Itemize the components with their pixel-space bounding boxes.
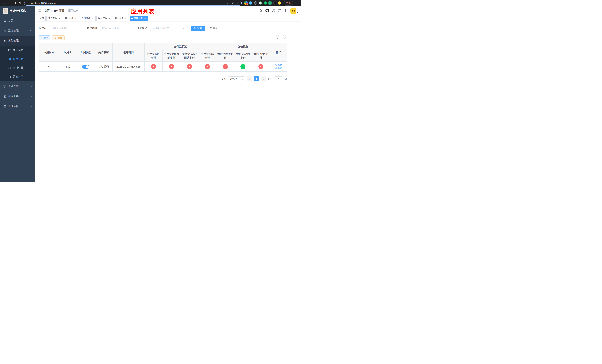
page-content: 应用名 商户名称 开启状态 [35, 21, 301, 182]
delete-link[interactable]: 删除 [275, 67, 282, 70]
main-area: 首页 / 支付管理 / 应用信息 应用列表 ? [35, 6, 301, 182]
address-bar[interactable]: localhost:1024/pay/app ☆ [24, 1, 242, 6]
browser-menu-icon[interactable]: ⋮ [295, 1, 299, 5]
search-icon[interactable] [259, 9, 262, 12]
status-select[interactable] [150, 26, 185, 31]
close-icon[interactable]: × [125, 17, 127, 20]
tab-pay-orders[interactable]: 支付订单× [80, 16, 96, 21]
extension-icon[interactable] [249, 1, 252, 5]
table-row: 6 芋道 芋道源码 2021-10-23 08:49:25 × × × × × [39, 62, 287, 72]
sidebar-item-dev-tools[interactable]: 研发工具 [0, 91, 35, 101]
font-size-icon[interactable]: TT [285, 9, 288, 12]
browser-toolbar-right: 10 ✓ ≡ 更新 ⋮ [244, 1, 299, 6]
sidebar-item-label: 工作流程 [8, 105, 19, 108]
sidebar-item-workflow[interactable]: 工作流程 [0, 101, 35, 111]
status-label: 开启状态 [137, 26, 147, 30]
hamburger-icon[interactable] [38, 9, 42, 12]
search-button[interactable]: 搜索 [191, 26, 205, 31]
reset-button[interactable]: 重置 [207, 26, 220, 31]
breadcrumb-home[interactable]: 首页 [44, 9, 50, 12]
extension-icon[interactable] [273, 1, 276, 5]
export-button[interactable]: 导出 [52, 35, 64, 40]
browser-update-button[interactable]: 更新 [284, 1, 293, 6]
breadcrumb-payment[interactable]: 支付管理 [54, 9, 64, 12]
active-dot [131, 18, 133, 19]
browser-reload-button[interactable] [12, 1, 17, 6]
page-size-select[interactable] [228, 76, 245, 81]
sidebar-item-infrastructure[interactable]: 基础设施 [0, 81, 35, 91]
github-icon[interactable] [266, 9, 269, 13]
site-info-icon[interactable] [27, 2, 29, 4]
close-icon[interactable]: × [75, 17, 77, 20]
close-icon[interactable]: × [108, 17, 110, 20]
extension-icon[interactable]: ✓ [264, 1, 267, 5]
sidebar-item-merchant-info[interactable]: 商户信息 [0, 46, 35, 55]
col-header-wechat-jsapi: 微信 JSAPI 支付 [234, 50, 252, 62]
app-logo: 芋道管理系统 [0, 6, 35, 16]
tab-process-form[interactable]: 流程表单× [46, 16, 62, 21]
merchant-name-input[interactable] [100, 26, 131, 31]
cell-app-id: 6 [39, 62, 59, 72]
col-header-wechat-mini: 微信小程序支付 [216, 50, 234, 62]
profile-avatar-icon[interactable] [278, 1, 281, 5]
plus-icon: + [41, 36, 43, 39]
tab-user-group[interactable]: 用户分组× [63, 16, 79, 21]
avatar [290, 8, 296, 14]
prev-page-button[interactable]: ‹ [247, 76, 252, 81]
col-header-app-id: 应用编号 [39, 43, 59, 62]
close-icon[interactable]: × [58, 17, 61, 20]
sidebar-menu: 首页 系统管理 ¥ 支付管理 [0, 16, 35, 111]
sidebar-item-label: 应用信息 [13, 57, 23, 61]
url-text[interactable]: localhost:1024/pay/app [31, 2, 55, 4]
extension-icon[interactable]: ≡ [269, 1, 272, 5]
password-key-icon[interactable] [226, 2, 230, 5]
close-icon[interactable]: × [91, 17, 94, 20]
browser-forward-button[interactable]: → [7, 1, 12, 6]
sidebar-item-home[interactable]: 首页 [0, 16, 35, 26]
col-header-wechat-app: 微信 APP 支付 [252, 50, 270, 62]
bookmark-star-icon[interactable]: ☆ [237, 1, 239, 5]
browser-back-button[interactable]: ← [2, 1, 7, 6]
dashboard-icon [3, 19, 6, 22]
close-icon[interactable]: × [144, 17, 146, 20]
tab-refund-orders[interactable]: 退款订单× [97, 16, 112, 21]
breadcrumb-separator: / [51, 9, 52, 12]
page-number-button[interactable]: 1 [254, 76, 259, 81]
tab-app-info[interactable]: 应用信息× [130, 16, 148, 21]
toggle-search-icon[interactable] [275, 35, 280, 40]
browser-home-button[interactable] [17, 1, 22, 6]
caret-down-icon: ▾ [297, 11, 298, 14]
extension-icon[interactable] [254, 1, 257, 5]
sidebar-item-system[interactable]: 系统管理 [0, 26, 35, 36]
extension-icon[interactable]: 10 [244, 1, 247, 5]
app-name-label: 应用名 [39, 26, 47, 30]
cell-create-time: 2021-10-23 08:49:25 [113, 62, 145, 72]
col-group-alipay: 支付宝配置 [145, 43, 216, 50]
status-switch[interactable] [82, 65, 89, 68]
fullscreen-icon[interactable] [278, 9, 281, 12]
pagination-total: 共 1 条 [218, 77, 226, 81]
help-icon[interactable]: ? [272, 9, 275, 12]
extension-icon[interactable] [259, 1, 262, 5]
goto-page-input[interactable] [275, 76, 282, 81]
table-toolbar: + 新增 导出 [39, 35, 287, 40]
sidebar-item-app-info[interactable]: 应用信息 [0, 55, 35, 64]
next-page-button[interactable]: › [261, 76, 266, 81]
edit-link[interactable]: ✎修改 [275, 64, 282, 67]
sidebar-item-refund-orders[interactable]: 退款订单 [0, 72, 35, 81]
merchant-name-label: 商户名称 [87, 26, 97, 30]
tab-merchant-info[interactable]: 商户信息× [113, 16, 129, 21]
top-navbar: 首页 / 支付管理 / 应用信息 应用列表 ? [35, 6, 301, 15]
wechat-app-status-icon: × [258, 64, 263, 69]
sidebar-item-pay-orders[interactable]: 支付订单 [0, 64, 35, 72]
add-button[interactable]: + 新增 [39, 35, 50, 40]
share-icon[interactable] [232, 2, 235, 4]
col-header-app-name: 应用名 [59, 43, 77, 62]
yen-icon: ¥ [3, 39, 6, 43]
tab-home[interactable]: 首页 [38, 16, 45, 21]
app-name-input[interactable] [50, 26, 81, 31]
sidebar-item-payment[interactable]: ¥ 支付管理 [0, 36, 35, 46]
refresh-icon[interactable] [282, 35, 287, 40]
user-menu[interactable]: ▾ [290, 8, 298, 14]
pencil-icon: ✎ [275, 64, 277, 66]
